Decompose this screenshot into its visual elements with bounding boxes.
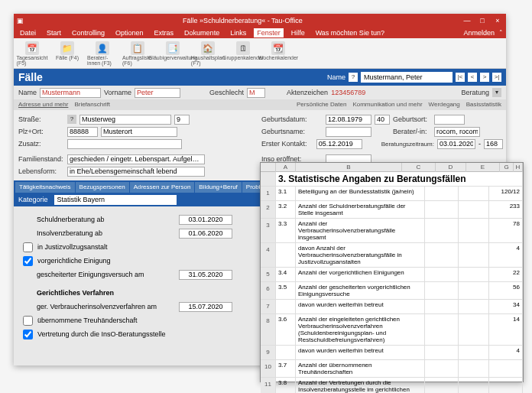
cell-b[interactable]: davon Anzahl der Verbraucherinsolvenzber… <box>296 243 425 267</box>
strasse-lookup-button[interactable]: ? <box>67 115 76 124</box>
sheet-title[interactable]: 3. Statistische Angaben zu Beratungsfäll… <box>276 172 523 186</box>
row-number[interactable]: 4 <box>261 243 276 267</box>
cell-e[interactable]: 22 <box>489 268 523 281</box>
ck6-date-input[interactable] <box>179 302 232 312</box>
cell-a[interactable]: 3.3 <box>276 219 296 242</box>
cell-c[interactable] <box>425 314 459 345</box>
col-a[interactable]: A <box>276 163 296 172</box>
cell-a[interactable]: 3.4 <box>276 268 296 281</box>
cell-d[interactable] <box>459 282 489 299</box>
tab-controlling[interactable]: Controlling <box>69 28 108 37</box>
cell-d[interactable] <box>459 268 489 281</box>
rib-wochenkalender[interactable]: 📆Wochenkalender <box>263 41 294 66</box>
zusatz-input[interactable] <box>67 139 182 149</box>
cell-a[interactable]: 3.2 <box>276 201 296 218</box>
row-number[interactable]: 10 <box>261 360 276 377</box>
nav-first-button[interactable]: |< <box>456 73 465 82</box>
nav-prev-button[interactable]: < <box>468 73 477 82</box>
cell-a[interactable]: 3.7 <box>276 360 296 377</box>
cell-d[interactable] <box>459 314 489 345</box>
row-number[interactable]: 6 <box>261 282 276 299</box>
cell-e[interactable]: 14 <box>489 314 523 345</box>
cell-c[interactable] <box>425 282 459 299</box>
col-rownum[interactable] <box>261 163 276 172</box>
ort-input[interactable] <box>101 127 177 137</box>
cell-c[interactable] <box>425 360 459 377</box>
subtab-basis[interactable]: Basisstatistik <box>466 101 501 109</box>
cell-a[interactable]: 3.1 <box>276 187 296 200</box>
col-c[interactable]: C <box>402 163 436 172</box>
rib-haushalt[interactable]: 🏠Haushaltsplan (F7) <box>193 41 223 66</box>
tab-fenster[interactable]: Fenster <box>254 28 284 37</box>
geb-input[interactable] <box>326 115 371 125</box>
cell-e[interactable]: 56 <box>489 282 523 299</box>
cell-c[interactable] <box>425 201 459 218</box>
tab-extras[interactable]: Extras <box>151 28 177 37</box>
cell-b[interactable]: Beteiligung an der Bundesstatistik (ja/n… <box>296 187 425 200</box>
name-lookup-button[interactable]: ? <box>349 73 358 82</box>
rib-berater[interactable]: 👤Berater/-innen (F3) <box>87 41 118 66</box>
ck7-checkbox[interactable] <box>23 316 33 326</box>
collapse-ribbon-icon[interactable]: ˄ <box>499 29 503 37</box>
subtab-taetigkeit[interactable]: Tätigkeitsnachweis <box>15 182 75 193</box>
maximize-button[interactable]: □ <box>477 17 488 24</box>
lebens-select[interactable] <box>67 167 205 177</box>
cell-d[interactable] <box>459 378 489 393</box>
plz-input[interactable] <box>67 127 98 137</box>
ck4-checkbox[interactable] <box>23 256 33 266</box>
beratung-dropdown-icon[interactable]: ▾ <box>492 88 501 97</box>
cell-b[interactable]: davon wurden weiterhin betreut <box>296 300 425 313</box>
row-number[interactable]: 8 <box>261 314 276 345</box>
subtab-bildung[interactable]: Bildung+Beruf <box>195 182 241 193</box>
cell-a[interactable]: 3.8 <box>276 378 296 393</box>
cell-e[interactable]: 233 <box>489 201 523 218</box>
tab-optionen[interactable]: Optionen <box>112 28 147 37</box>
subtab-pers[interactable]: Persönliche Daten <box>297 101 346 109</box>
cell-e[interactable] <box>489 378 523 393</box>
cell-b[interactable]: davon wurden weiterhin betreut <box>296 346 425 359</box>
cell-e[interactable] <box>489 360 523 377</box>
tab-links[interactable]: Links <box>227 28 249 37</box>
tab-start[interactable]: Start <box>44 28 64 37</box>
cell-a[interactable] <box>276 300 296 313</box>
kontakt-input[interactable] <box>316 139 362 149</box>
tab-datei[interactable]: Datei <box>17 28 39 37</box>
cell-c[interactable] <box>425 300 459 313</box>
hausnr-input[interactable] <box>174 115 190 125</box>
cell-b[interactable]: Anzahl der Schuldnerberatungsfälle der S… <box>296 201 425 218</box>
cell-c[interactable] <box>425 187 459 200</box>
col-d[interactable]: D <box>436 163 466 172</box>
subtab-werde[interactable]: Werdegang <box>429 101 460 109</box>
cell-a[interactable]: 3.6 <box>276 314 296 345</box>
zeitraum-start-input[interactable] <box>437 139 475 149</box>
band-name-input[interactable] <box>361 72 453 83</box>
row-number[interactable]: 11 <box>261 378 276 393</box>
cell-e[interactable]: 34 <box>489 300 523 313</box>
cell-e[interactable]: 120/12 <box>489 187 523 200</box>
rib-auftrag[interactable]: 📋Auftragsliste (F6) <box>122 41 153 66</box>
row-number[interactable]: 9 <box>261 346 276 359</box>
strasse-input[interactable] <box>79 115 171 125</box>
rib-glaeubiger[interactable]: 📑Gläubigerverwaltung <box>157 41 188 66</box>
cell-b[interactable]: Anzahl der vorgerichtlichen Einigungen <box>296 268 425 281</box>
cell-e[interactable]: 78 <box>489 219 523 242</box>
subtab-adressen[interactable]: Adressen zur Person <box>130 182 195 193</box>
subtab-bezug[interactable]: Bezugspersonen <box>76 182 129 193</box>
tell-me[interactable]: Was möchten Sie tun? <box>313 28 388 37</box>
minimize-button[interactable]: — <box>462 17 472 24</box>
cell-b[interactable]: Anzahl der Vertretungen durch die Insolv… <box>296 378 425 393</box>
subtab-adresse[interactable]: Adresse und mehr <box>18 101 68 109</box>
subtab-brief[interactable]: Briefanschrift <box>74 101 110 109</box>
ck8-checkbox[interactable] <box>23 330 33 339</box>
geb-ort-input[interactable] <box>434 115 465 125</box>
cell-c[interactable] <box>425 219 459 242</box>
row-number[interactable]: 5 <box>261 268 276 281</box>
cell-e[interactable]: 4 <box>489 243 523 267</box>
row-number[interactable]: 3 <box>261 219 276 242</box>
anmelden-link[interactable]: Anmelden <box>463 29 495 37</box>
subtab-komm[interactable]: Kommunikation und mehr <box>352 101 422 109</box>
cell-b[interactable]: Anzahl der eingeleiteten gerichtlichen V… <box>296 314 425 345</box>
cell-d[interactable] <box>459 346 489 359</box>
nav-last-button[interactable]: >| <box>492 73 501 82</box>
cell-c[interactable] <box>425 243 459 267</box>
